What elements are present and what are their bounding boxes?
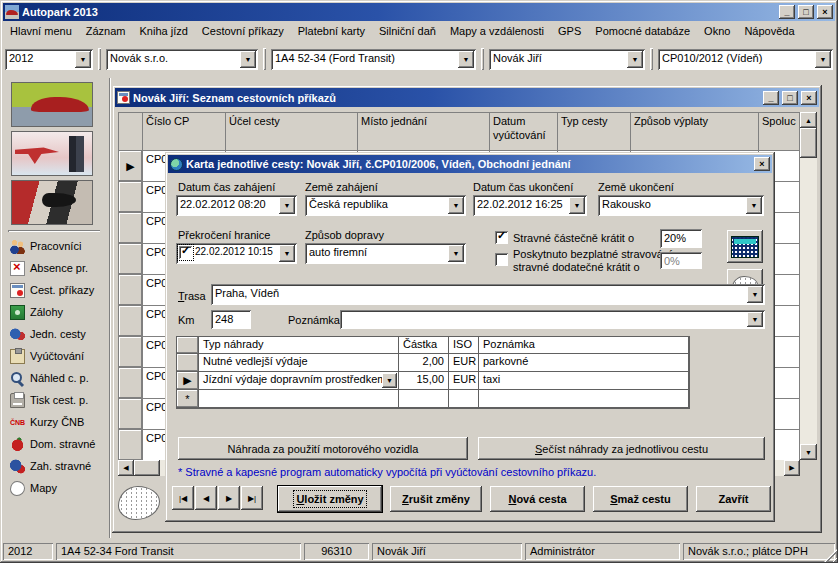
- chevron-down-icon[interactable]: ▼: [747, 286, 763, 303]
- column-header-1[interactable]: Číslo CP: [143, 113, 226, 151]
- chevron-down-icon[interactable]: ▼: [815, 51, 831, 68]
- menu-item-9[interactable]: Okno: [697, 22, 737, 40]
- border-cross-checkbox[interactable]: [179, 246, 192, 259]
- row-selector[interactable]: ▶: [177, 372, 199, 390]
- cancel-changes-button[interactable]: Zrušit změny: [390, 486, 482, 512]
- row-selector[interactable]: [119, 182, 143, 213]
- cell-typ-nahrady[interactable]: Jízdní výdaje dopravním prostředkem▼: [199, 372, 399, 390]
- vehicle-refund-button[interactable]: Náhrada za použití motorového vozidla: [178, 437, 468, 460]
- chevron-down-icon[interactable]: ▼: [240, 51, 256, 68]
- column-header-3[interactable]: Místo jednání: [358, 113, 490, 151]
- start-country-combo[interactable]: Česká republika ▼: [305, 195, 466, 216]
- column-header-0[interactable]: [119, 113, 143, 151]
- sidebar-item-foreign-meal[interactable]: Zah. stravné: [10, 456, 91, 476]
- menu-item-0[interactable]: Hlavní menu: [3, 22, 79, 40]
- hscroll-thumb[interactable]: [134, 460, 160, 476]
- sidebar-item-domestic-meal[interactable]: Dom. stravné: [10, 434, 95, 454]
- refunds-column-0[interactable]: Typ náhrady: [199, 337, 399, 354]
- cell-poznamka[interactable]: taxi: [479, 372, 689, 390]
- menu-item-5[interactable]: Silniční daň: [372, 22, 443, 40]
- chevron-down-icon[interactable]: ▼: [448, 197, 464, 214]
- row-selector[interactable]: [119, 275, 143, 306]
- transport-combo[interactable]: auto firemní ▼: [305, 243, 466, 264]
- menu-item-7[interactable]: GPS: [551, 22, 588, 40]
- end-datetime-combo[interactable]: 22.02.2012 16:25 ▼: [473, 195, 587, 216]
- menu-item-1[interactable]: Záznam: [79, 22, 133, 40]
- child-title-bar[interactable]: Novák Jiří: Seznam cestovních příkazů _ …: [115, 88, 819, 107]
- chevron-down-icon[interactable]: ▼: [279, 197, 295, 214]
- column-header-2[interactable]: Účel cesty: [226, 113, 358, 151]
- meal-cut-checkbox[interactable]: [495, 231, 508, 244]
- sidebar-item-cnb[interactable]: ČNBKurzy ČNB: [10, 412, 84, 432]
- driver-combo[interactable]: Novák Jiří▼: [489, 49, 645, 70]
- record-first-button[interactable]: |◀: [172, 486, 194, 510]
- chevron-down-icon[interactable]: ▼: [75, 51, 91, 68]
- chevron-down-icon[interactable]: ▼: [569, 197, 585, 214]
- border-cross-combo[interactable]: 22.02.2012 10:15 ▼: [176, 243, 297, 264]
- row-selector[interactable]: [119, 306, 143, 337]
- chevron-down-icon[interactable]: ▼: [382, 373, 397, 388]
- row-selector[interactable]: [119, 244, 143, 275]
- column-header-4[interactable]: Datum vyúčtování: [490, 113, 558, 151]
- cell-castka[interactable]: 15,00: [399, 372, 449, 390]
- company-combo[interactable]: Novák s.r.o.▼: [106, 49, 258, 70]
- end-country-combo[interactable]: Rakousko ▼: [598, 195, 764, 216]
- column-header-7[interactable]: Spoluc: [759, 113, 800, 151]
- sidebar-item-preview[interactable]: Náhled c. p.: [10, 368, 89, 388]
- chevron-down-icon[interactable]: ▼: [458, 51, 474, 68]
- scroll-right-icon[interactable]: ▶: [784, 460, 800, 476]
- cell-castka[interactable]: 2,00: [399, 354, 449, 372]
- child-close-icon[interactable]: ×: [801, 91, 817, 105]
- new-trip-button[interactable]: Nová cesta: [490, 486, 585, 512]
- menu-item-8[interactable]: Pomocné databáze: [588, 22, 697, 40]
- sum-refunds-button[interactable]: Sečíst náhrady za jednotlivou cestu: [478, 437, 765, 460]
- refunds-column-3[interactable]: Poznámka: [479, 337, 689, 354]
- year-combo[interactable]: 2012▼: [5, 49, 93, 70]
- sidebar-item-trips[interactable]: Jedn. cesty: [10, 324, 86, 344]
- chevron-down-icon[interactable]: ▼: [279, 245, 295, 262]
- calculator-button[interactable]: [727, 230, 763, 263]
- menu-item-4[interactable]: Platební karty: [291, 22, 372, 40]
- new-row-icon[interactable]: *: [177, 390, 199, 408]
- sidebar-item-absence[interactable]: Absence pr.: [10, 258, 88, 278]
- minimize-button[interactable]: _: [779, 5, 795, 19]
- dialog-title-bar[interactable]: Karta jednotlivé cesty: Novák Jiří, č.CP…: [168, 155, 772, 173]
- note-combo[interactable]: ▼: [340, 310, 765, 329]
- cell[interactable]: [399, 390, 449, 408]
- row-selector[interactable]: [119, 368, 143, 399]
- close-icon[interactable]: ×: [817, 5, 833, 19]
- record-prev-button[interactable]: ◀: [195, 486, 217, 510]
- delete-trip-button[interactable]: Smaž cestu: [593, 486, 688, 512]
- chevron-down-icon[interactable]: ▼: [747, 312, 763, 327]
- column-header-5[interactable]: Typ cesty: [558, 113, 631, 151]
- row-selector[interactable]: [119, 430, 143, 460]
- close-button[interactable]: Zavřít: [696, 486, 771, 512]
- meal-cut-percent-field[interactable]: 20%: [660, 229, 702, 248]
- free-meal-percent-field[interactable]: 0%: [660, 252, 702, 269]
- scroll-up-icon[interactable]: ▲: [800, 112, 817, 128]
- cell[interactable]: [199, 390, 399, 408]
- record-last-button[interactable]: ▶|: [241, 486, 263, 510]
- chevron-down-icon[interactable]: ▼: [448, 245, 464, 262]
- route-combo[interactable]: Praha, Vídeň ▼: [211, 284, 765, 305]
- menu-item-10[interactable]: Nápověda: [737, 22, 801, 40]
- sidebar-item-maps[interactable]: Mapy: [10, 478, 57, 498]
- child-maximize-button[interactable]: □: [782, 91, 798, 105]
- refunds-column-2[interactable]: ISO: [449, 337, 479, 354]
- maximize-button[interactable]: □: [798, 5, 814, 19]
- row-selector[interactable]: ▶: [119, 151, 143, 182]
- sidebar-item-print[interactable]: Tisk cest. p.: [10, 390, 88, 410]
- sidebar-item-workers[interactable]: Pracovníci: [10, 236, 81, 256]
- trip-combo[interactable]: CP010/2012 (Vídeň)▼: [658, 49, 833, 70]
- menu-item-2[interactable]: Kniha jízd: [133, 22, 195, 40]
- vehicle-combo[interactable]: 1A4 52-34 (Ford Transit)▼: [271, 49, 476, 70]
- row-selector[interactable]: [177, 354, 199, 372]
- main-title-bar[interactable]: Autopark 2013 _ □ ×: [3, 3, 835, 21]
- grid-vertical-scrollbar[interactable]: ▲ ▼: [800, 112, 817, 460]
- save-button[interactable]: Uložit změny: [278, 486, 382, 512]
- cell[interactable]: [449, 390, 479, 408]
- free-meal-checkbox[interactable]: [495, 253, 508, 266]
- refund-row[interactable]: Nutné vedlejší výdaje2,00EURparkovné: [177, 354, 689, 372]
- row-selector[interactable]: [119, 213, 143, 244]
- menu-item-3[interactable]: Cestovní příkazy: [195, 22, 291, 40]
